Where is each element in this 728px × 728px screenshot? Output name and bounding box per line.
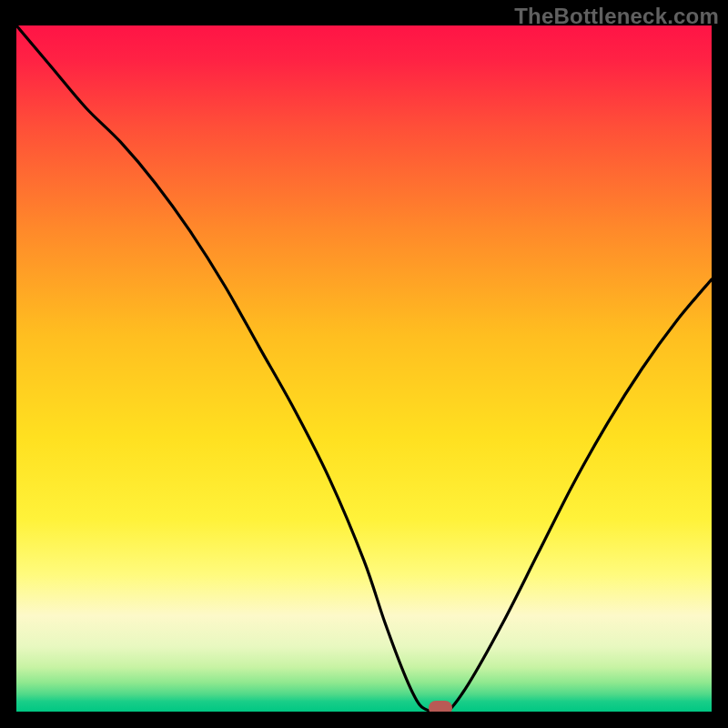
chart-frame: TheBottleneck.com <box>0 0 728 728</box>
plot-area <box>16 25 712 712</box>
watermark-text: TheBottleneck.com <box>514 4 719 29</box>
optimal-point-marker <box>429 701 452 712</box>
bottleneck-curve <box>16 25 712 712</box>
